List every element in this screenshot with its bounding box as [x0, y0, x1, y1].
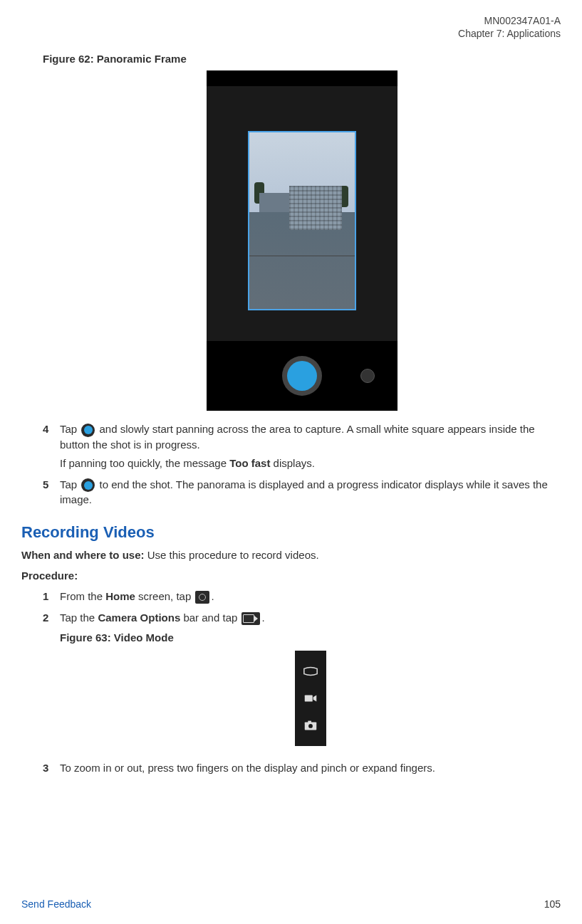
section-title: Recording Videos [21, 523, 561, 542]
step-text: . [261, 611, 264, 624]
figure-63-label: Figure 63: Video Mode [60, 630, 561, 646]
panorama-steps: 4 Tap and slowly start panning across th… [43, 421, 561, 508]
svg-point-3 [308, 724, 313, 728]
doc-id: MN002347A01-A [21, 14, 561, 27]
step-number: 5 [43, 477, 60, 508]
svg-rect-2 [308, 721, 311, 723]
send-feedback-link[interactable]: Send Feedback [21, 898, 91, 910]
step-2: 2 Tap the Camera Options bar and tap . F… [43, 610, 561, 755]
photo-mode-icon [295, 712, 326, 739]
step-5: 5 Tap to end the shot. The panorama is d… [43, 477, 561, 508]
mode-switch-icon [360, 369, 375, 383]
step-text: Tap [60, 423, 80, 435]
shutter-icon [81, 424, 95, 437]
step-4: 4 Tap and slowly start panning across th… [43, 421, 561, 471]
step-text: From the [60, 590, 105, 602]
video-steps: 1 From the Home screen, tap . 2 Tap the … [43, 589, 561, 776]
when-where-text: Use this procedure to record videos. [145, 549, 319, 561]
step-3: 3 To zoom in or out, press two fingers o… [43, 760, 561, 776]
step-text: To zoom in or out, press two fingers on … [60, 762, 435, 774]
video-mode-icon [295, 685, 326, 712]
page-footer: Send Feedback 105 [21, 898, 561, 910]
too-fast-label: Too fast [229, 457, 270, 469]
mode-strip [295, 651, 326, 746]
procedure-label: Procedure: [21, 569, 561, 582]
phone-screenshot [207, 70, 397, 411]
step-text: Tap the [60, 611, 98, 624]
panorama-preview [248, 131, 356, 310]
step-text: and slowly start panning across the area… [60, 423, 535, 451]
step-1: 1 From the Home screen, tap . [43, 589, 561, 604]
svg-rect-0 [304, 695, 312, 702]
shutter-button-icon [282, 356, 322, 396]
when-where-label: When and where to use: [21, 549, 145, 561]
camera-options-label: Camera Options [98, 611, 180, 624]
step-text: screen, tap [135, 590, 194, 602]
page-number: 105 [544, 898, 561, 910]
page-header: MN002347A01-A Chapter 7: Applications [21, 14, 561, 40]
step-number: 3 [43, 760, 60, 776]
chapter-label: Chapter 7: Applications [21, 27, 561, 40]
step-text: displays. [270, 457, 315, 469]
video-icon [241, 612, 260, 625]
figure-62 [43, 70, 561, 413]
home-label: Home [105, 590, 135, 602]
step-number: 1 [43, 589, 60, 604]
step-text: Tap [60, 478, 80, 490]
figure-62-label: Figure 62: Panoramic Frame [43, 53, 561, 65]
step-text: bar and tap [180, 611, 240, 624]
step-text: to end the shot. The panorama is display… [60, 478, 548, 506]
step-text: If panning too quickly, the message [60, 457, 229, 469]
step-number: 2 [43, 610, 60, 755]
shutter-icon [81, 478, 95, 492]
camera-icon [195, 591, 209, 604]
step-number: 4 [43, 421, 60, 471]
step-text: . [211, 590, 214, 602]
panorama-mode-icon [295, 658, 326, 685]
figure-63 [60, 651, 561, 746]
